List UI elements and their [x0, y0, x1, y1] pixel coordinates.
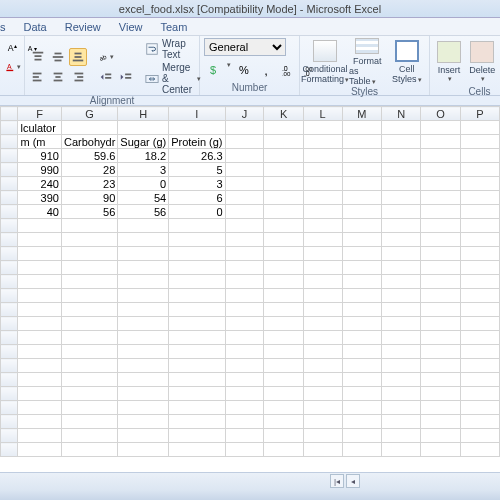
cell[interactable]: 26.3 — [169, 149, 225, 163]
cell[interactable] — [421, 345, 460, 359]
cell[interactable] — [18, 317, 62, 331]
row-header[interactable] — [1, 373, 18, 387]
cell[interactable] — [303, 289, 342, 303]
cell[interactable] — [342, 359, 381, 373]
cell[interactable] — [61, 429, 117, 443]
cell[interactable] — [342, 429, 381, 443]
cell[interactable] — [382, 429, 421, 443]
cell[interactable] — [61, 121, 117, 135]
cell[interactable] — [342, 373, 381, 387]
cell[interactable] — [264, 149, 303, 163]
cell[interactable] — [303, 331, 342, 345]
cell[interactable] — [421, 233, 460, 247]
cell[interactable] — [18, 415, 62, 429]
row-header[interactable] — [1, 317, 18, 331]
cell[interactable] — [264, 219, 303, 233]
cell[interactable] — [421, 219, 460, 233]
font-color-button[interactable]: A▾ — [4, 58, 22, 76]
cell[interactable] — [342, 177, 381, 191]
cell[interactable] — [303, 317, 342, 331]
col-header[interactable]: N — [382, 107, 421, 121]
worksheet-grid[interactable]: F G H I J K L M N O P lculator m (m Carb… — [0, 106, 500, 472]
cell[interactable] — [382, 317, 421, 331]
cell[interactable] — [460, 387, 499, 401]
cell[interactable] — [382, 177, 421, 191]
cell[interactable] — [342, 191, 381, 205]
row-header[interactable] — [1, 415, 18, 429]
cell[interactable] — [169, 387, 225, 401]
cell[interactable] — [264, 345, 303, 359]
cell[interactable] — [382, 275, 421, 289]
cell[interactable]: 23 — [61, 177, 117, 191]
cell[interactable] — [118, 303, 169, 317]
cell[interactable] — [18, 303, 62, 317]
cell[interactable] — [264, 233, 303, 247]
accounting-format-button[interactable]: $ — [204, 61, 222, 79]
cell[interactable] — [118, 345, 169, 359]
col-header[interactable]: G — [61, 107, 117, 121]
col-header[interactable]: L — [303, 107, 342, 121]
cell[interactable] — [460, 345, 499, 359]
cell[interactable] — [118, 415, 169, 429]
col-header[interactable]: J — [225, 107, 264, 121]
cell[interactable] — [342, 387, 381, 401]
cell[interactable] — [303, 373, 342, 387]
cell[interactable] — [460, 415, 499, 429]
cell[interactable] — [264, 429, 303, 443]
cell[interactable] — [225, 401, 264, 415]
cell[interactable]: 6 — [169, 191, 225, 205]
cell[interactable] — [421, 247, 460, 261]
cell[interactable] — [61, 345, 117, 359]
cell[interactable] — [421, 387, 460, 401]
cell[interactable] — [264, 303, 303, 317]
cell[interactable] — [460, 121, 499, 135]
cell[interactable] — [342, 443, 381, 457]
cell[interactable]: 910 — [18, 149, 62, 163]
cell[interactable] — [303, 149, 342, 163]
cell[interactable] — [169, 247, 225, 261]
tab-data[interactable]: Data — [24, 21, 47, 33]
cell[interactable] — [382, 373, 421, 387]
conditional-formatting-button[interactable]: Conditional Formatting▾ — [304, 38, 346, 86]
cell[interactable] — [264, 289, 303, 303]
cell[interactable] — [118, 219, 169, 233]
sheet-nav-first[interactable]: |◂ — [330, 474, 344, 488]
row-header[interactable] — [1, 177, 18, 191]
row-header[interactable] — [1, 163, 18, 177]
cell[interactable] — [225, 373, 264, 387]
row-header[interactable] — [1, 233, 18, 247]
cell[interactable] — [303, 387, 342, 401]
merge-center-button[interactable]: Merge & Center ▾ — [144, 62, 201, 95]
cell[interactable] — [118, 289, 169, 303]
cell[interactable]: 28 — [61, 163, 117, 177]
cell[interactable] — [342, 331, 381, 345]
cell[interactable] — [342, 163, 381, 177]
cell[interactable] — [18, 233, 62, 247]
cell[interactable] — [303, 233, 342, 247]
cell[interactable] — [225, 247, 264, 261]
row-header[interactable] — [1, 387, 18, 401]
cell[interactable] — [382, 135, 421, 149]
cell[interactable] — [225, 317, 264, 331]
cell[interactable] — [342, 415, 381, 429]
cell[interactable] — [382, 191, 421, 205]
cell[interactable] — [382, 387, 421, 401]
cell[interactable] — [61, 359, 117, 373]
cell[interactable] — [382, 233, 421, 247]
cell[interactable] — [303, 261, 342, 275]
cell[interactable] — [460, 163, 499, 177]
cell[interactable] — [118, 317, 169, 331]
cell[interactable]: Carbohydr — [61, 135, 117, 149]
cell[interactable] — [61, 331, 117, 345]
cell[interactable] — [421, 331, 460, 345]
col-header[interactable]: P — [460, 107, 499, 121]
cell[interactable] — [303, 429, 342, 443]
cell[interactable] — [169, 373, 225, 387]
cell[interactable] — [264, 177, 303, 191]
cell[interactable] — [421, 317, 460, 331]
cell[interactable]: 18.2 — [118, 149, 169, 163]
cell[interactable] — [342, 261, 381, 275]
cell[interactable] — [303, 359, 342, 373]
cell[interactable] — [118, 331, 169, 345]
cell[interactable] — [382, 303, 421, 317]
